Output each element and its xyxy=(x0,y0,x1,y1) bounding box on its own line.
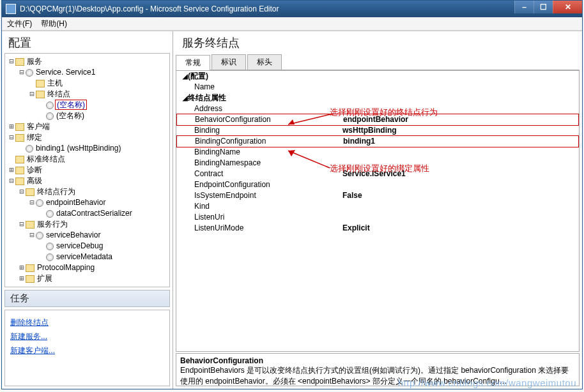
folder-icon xyxy=(36,91,45,98)
expand-icon[interactable]: ⊞ xyxy=(8,165,15,176)
behavior-icon xyxy=(46,253,54,261)
right-heading: 服务终结点 xyxy=(176,31,580,53)
tree-endpoints[interactable]: 终结点 xyxy=(46,89,72,98)
expand-icon[interactable]: ⊟ xyxy=(8,132,15,143)
task-new-client[interactable]: 新建客户端... xyxy=(10,345,164,356)
folder-icon xyxy=(26,221,35,229)
tab-header[interactable]: 标头 xyxy=(247,54,282,70)
prop-kind[interactable]: Kind xyxy=(176,201,342,212)
maximize-button[interactable]: ☐ xyxy=(534,1,553,13)
expand-icon[interactable]: ⊞ xyxy=(18,273,26,284)
prop-binding[interactable]: Binding xyxy=(176,125,342,136)
folder-icon xyxy=(15,177,24,185)
tree-std-endpoints[interactable]: 标准终结点 xyxy=(26,155,66,163)
config-tree[interactable]: ⊟服务 ⊟Service. Service1 主机 ⊟终结点 (空名称) (空名… xyxy=(4,53,170,287)
menu-help[interactable]: 帮助(H) xyxy=(41,19,67,29)
help-description: BehaviorConfiguration EndpointBehaviors … xyxy=(176,353,580,386)
tree-advanced[interactable]: 高级 xyxy=(26,176,43,185)
behavior-icon xyxy=(36,232,43,239)
property-grid[interactable]: (配置) Name 终结点属性 Address BehaviorConfigur… xyxy=(176,70,580,352)
endpoint-icon xyxy=(46,112,54,120)
prop-behaviorconfig[interactable]: BehaviorConfiguration xyxy=(177,114,343,125)
minimize-button[interactable]: – xyxy=(514,1,534,13)
tree-dataContractSerializer[interactable]: dataContractSerializer xyxy=(55,209,134,218)
folder-icon xyxy=(15,123,24,131)
tree-client[interactable]: 客户端 xyxy=(26,122,51,131)
menu-file[interactable]: 文件(F) xyxy=(7,19,32,29)
binding-icon xyxy=(26,145,33,153)
tree-serviceDebug[interactable]: serviceDebug xyxy=(55,241,104,250)
folder-icon xyxy=(15,156,24,163)
prop-contract[interactable]: Contract xyxy=(176,169,342,179)
expand-icon[interactable]: ⊟ xyxy=(18,67,26,78)
expand-icon[interactable]: ⊞ xyxy=(8,121,15,132)
folder-icon xyxy=(15,167,24,174)
prop-issystemendpoint[interactable]: IsSystemEndpoint xyxy=(176,190,342,201)
prop-listenurimode[interactable]: ListenUriMode xyxy=(176,223,342,234)
prop-bindingnamespace[interactable]: BindingNamespace xyxy=(176,158,342,169)
tree-extensions[interactable]: 扩展 xyxy=(36,274,54,283)
cat-config[interactable]: (配置) xyxy=(176,71,579,82)
task-delete-endpoint[interactable]: 删除终结点 xyxy=(10,317,164,328)
expand-icon[interactable]: ⊟ xyxy=(8,176,15,186)
folder-icon xyxy=(26,275,35,283)
tree-endpointBehavior[interactable]: endpointBehavior xyxy=(45,198,107,207)
tab-general[interactable]: 常规 xyxy=(176,55,210,70)
prop-bindingname[interactable]: BindingName xyxy=(176,147,342,158)
task-new-service[interactable]: 新建服务... xyxy=(10,331,164,342)
prop-address[interactable]: Address xyxy=(176,103,342,114)
help-text: EndpointBehaviors 是可以改变终结点执行方式的设置组(例如调试行… xyxy=(180,365,575,386)
config-panel-heading: 配置 xyxy=(2,31,173,53)
folder-icon xyxy=(36,80,45,87)
tree-service1[interactable]: Service. Service1 xyxy=(35,68,96,77)
behavior-icon xyxy=(36,199,43,207)
tree-ep-behaviors[interactable]: 终结点行为 xyxy=(36,187,77,196)
tree-endpoint-empty[interactable]: (空名称) xyxy=(55,111,86,120)
menubar: 文件(F) 帮助(H) xyxy=(2,17,582,31)
tree-host[interactable]: 主机 xyxy=(46,79,64,87)
tree-protocolMapping[interactable]: ProtocolMapping xyxy=(36,263,96,272)
prop-bindingconfig[interactable]: BindingConfiguration xyxy=(177,136,343,147)
expand-icon[interactable]: ⊟ xyxy=(8,56,15,67)
tree-binding1[interactable]: binding1 (wsHttpBinding) xyxy=(35,144,122,153)
expand-icon[interactable]: ⊟ xyxy=(18,186,26,197)
expand-icon[interactable]: ⊟ xyxy=(28,197,36,208)
cat-epprops[interactable]: 终结点属性 xyxy=(176,93,579,103)
tasks-heading: 任务 xyxy=(4,290,170,307)
behavior-icon xyxy=(46,243,54,250)
close-button[interactable]: ✕ xyxy=(553,1,582,13)
expand-icon[interactable]: ⊟ xyxy=(28,89,36,100)
tree-serviceMetadata[interactable]: serviceMetadata xyxy=(55,252,114,261)
prop-listenuri[interactable]: ListenUri xyxy=(176,212,342,223)
expand-icon[interactable]: ⊟ xyxy=(28,230,36,241)
application-window: D:\QQPCMgr(1)\Desktop\App.config - Micro… xyxy=(1,0,583,389)
folder-icon xyxy=(15,134,24,142)
val-binding[interactable]: wsHttpBinding xyxy=(342,125,579,136)
val-bindingconfig[interactable]: binding1 xyxy=(343,136,578,147)
tree-serviceBehavior[interactable]: serviceBehavior xyxy=(45,230,102,239)
folder-icon xyxy=(26,264,35,272)
expand-icon[interactable]: ⊟ xyxy=(18,219,26,230)
tree-diagnostics[interactable]: 诊断 xyxy=(26,165,43,174)
val-contract[interactable]: Service.IService1 xyxy=(342,169,579,179)
tree-svc-behaviors[interactable]: 服务行为 xyxy=(36,220,69,229)
help-name: BehaviorConfiguration xyxy=(180,356,575,365)
endpoint-icon xyxy=(46,102,54,109)
val-listenurimode[interactable]: Explicit xyxy=(342,223,579,234)
tree-services[interactable]: 服务 xyxy=(26,57,43,66)
behavior-icon xyxy=(46,210,54,218)
tab-identity[interactable]: 标识 xyxy=(211,54,246,70)
service-icon xyxy=(26,69,33,77)
val-behaviorconfig[interactable]: endpointBehavior xyxy=(343,114,578,125)
expand-icon[interactable]: ⊞ xyxy=(18,262,26,273)
folder-icon xyxy=(26,188,35,196)
window-title: D:\QQPCMgr(1)\Desktop\App.config - Micro… xyxy=(20,4,514,13)
val-issystemendpoint[interactable]: False xyxy=(342,190,579,201)
prop-endpointconfig[interactable]: EndpointConfiguration xyxy=(176,179,342,190)
folder-icon xyxy=(15,58,24,66)
tree-endpoint-empty-selected[interactable]: (空名称) xyxy=(55,100,87,110)
titlebar[interactable]: D:\QQPCMgr(1)\Desktop\App.config - Micro… xyxy=(2,1,582,17)
tree-binding[interactable]: 绑定 xyxy=(26,133,43,142)
tabs: 常规 标识 标头 xyxy=(176,54,580,70)
prop-name[interactable]: Name xyxy=(176,82,342,93)
